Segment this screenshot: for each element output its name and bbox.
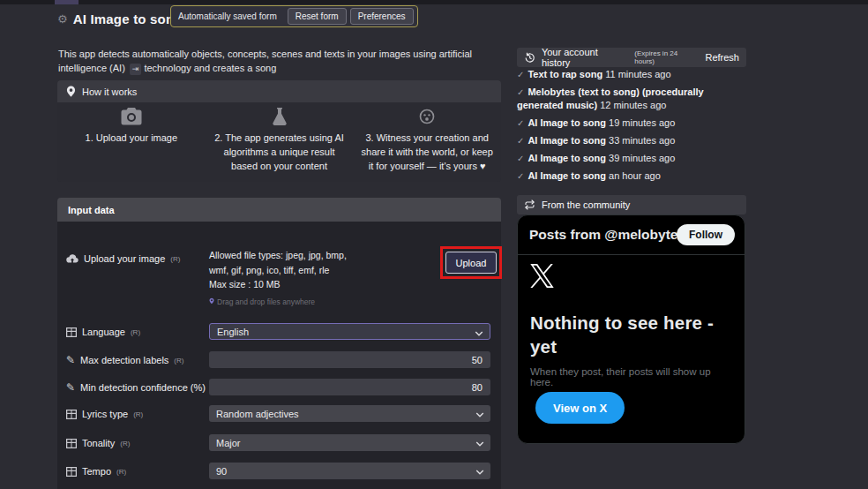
gear-icon: ⚙	[57, 12, 68, 26]
camera-icon	[64, 108, 198, 129]
grid-icon	[66, 439, 77, 448]
view-on-x-button[interactable]: View on X	[535, 392, 625, 424]
max-size-text: Max size : 10 MB	[209, 277, 368, 292]
page-title: AI Image to song	[73, 11, 183, 26]
input-data-panel: Input data Upload your image (R) Allowed…	[57, 198, 501, 489]
map-pin-icon	[66, 86, 76, 97]
field-row-lyrics-type: Lyrics type (R) Random adjectives	[57, 405, 501, 423]
ai-image-to-song-page: ⚙ AI Image to song Automatically saved f…	[0, 0, 868, 489]
drag-drop-hint: Drag and drop files anywhere	[209, 297, 315, 306]
autosave-form-group: Automatically saved form Reset form Pref…	[170, 5, 418, 27]
history-item[interactable]: ✓AI Image to song 33 minutes ago	[517, 134, 748, 147]
autosave-label: Automatically saved form	[178, 11, 277, 21]
account-history-title: Your account history	[542, 47, 628, 68]
step-generate: 2. The app generates using AI algorithms…	[206, 102, 354, 182]
drop-pin-icon	[209, 297, 214, 306]
upload-button[interactable]: Upload	[445, 252, 497, 274]
follow-button[interactable]: Follow	[677, 224, 735, 245]
app-header: ⚙ AI Image to song	[57, 7, 183, 30]
field-row-min-detection-confidence: ✎ Min detection confidence (%) (R) 80	[57, 379, 501, 396]
input-data-header: Input data	[57, 198, 501, 222]
embed-empty-subtitle: When they post, their posts will show up…	[530, 366, 731, 387]
grid-icon	[66, 327, 77, 337]
max-detection-labels-input[interactable]: 50	[209, 351, 490, 368]
field-row-tempo: Tempo (R) 90	[57, 463, 501, 480]
field-row-max-detection-labels: ✎ Max detection labels (R) 50	[57, 351, 501, 369]
grid-icon	[66, 467, 77, 477]
description-text-2: technology and creates a song	[144, 63, 276, 73]
check-icon: ✓	[517, 118, 524, 128]
x-logo-icon	[530, 264, 554, 288]
tonality-select[interactable]: Major	[209, 434, 490, 451]
field-row-language: Language (R) English	[57, 323, 501, 341]
step-upload: 1. Upload your image	[57, 102, 206, 182]
flask-icon	[213, 108, 347, 129]
cloud-upload-icon	[66, 254, 79, 264]
history-item[interactable]: ✓AI Image to song 19 minutes ago	[517, 117, 748, 130]
check-icon: ✓	[517, 136, 524, 146]
allowed-types-text: Allowed file types: jpeg, jpg, bmp, wmf,…	[209, 248, 368, 277]
check-icon: ✓	[517, 87, 524, 97]
allowed-file-types: Allowed file types: jpeg, jpg, bmp, wmf,…	[209, 248, 368, 292]
check-icon: ✓	[517, 154, 524, 163]
step-caption: 1. Upload your image	[64, 131, 198, 145]
pencil-icon: ✎	[66, 354, 75, 366]
reset-form-button[interactable]: Reset form	[288, 8, 347, 25]
history-item[interactable]: ✓AI Image to song 39 minutes ago	[517, 152, 748, 165]
step-caption: 3. Witness your creation and share it wi…	[360, 131, 494, 173]
how-it-works-header[interactable]: How it works	[57, 80, 501, 102]
lyrics-type-select[interactable]: Random adjectives	[209, 405, 490, 422]
input-data-body: Upload your image (R) Allowed file types…	[57, 222, 501, 489]
chevron-down-icon	[475, 439, 484, 449]
history-item[interactable]: ✓Text to rap song 11 minutes ago	[517, 68, 748, 81]
pencil-icon: ✎	[66, 381, 75, 394]
history-item[interactable]: ✓AI Image to song an hour ago	[517, 169, 748, 183]
tempo-select[interactable]: 90	[209, 463, 490, 479]
steps-row: 1. Upload your image 2. The app generate…	[57, 102, 501, 182]
divider	[518, 254, 745, 255]
chevron-down-icon	[475, 467, 484, 478]
astonished-face-icon	[360, 108, 494, 129]
app-description: This app detects automatically objects, …	[58, 47, 504, 75]
retweet-icon	[524, 199, 535, 210]
community-title: From the community	[542, 199, 630, 210]
x-timeline-embed: Posts from @melobytes Follow Nothing to …	[517, 214, 745, 444]
expires-note: (Expires in 24 hours)	[634, 49, 699, 65]
how-it-works-label: How it works	[82, 87, 137, 97]
history-icon	[524, 52, 535, 64]
step-caption: 2. The app generates using AI algorithms…	[213, 131, 347, 173]
chevron-down-icon	[475, 410, 484, 420]
top-strip	[0, 0, 868, 4]
step-share: 3. Witness your creation and share it wi…	[353, 102, 501, 182]
skip-indicator-icon: ⇥	[130, 64, 142, 75]
preferences-button[interactable]: Preferences	[350, 8, 414, 25]
community-header: From the community	[517, 195, 746, 214]
embed-empty-title: Nothing to see here - yet	[530, 311, 731, 358]
check-icon: ✓	[517, 171, 524, 181]
account-history-list: ✓Text to rap song 11 minutes ago ✓Meloby…	[517, 68, 748, 187]
account-history-header: Your account history (Expires in 24 hour…	[517, 48, 746, 67]
check-icon: ✓	[517, 70, 524, 79]
grid-icon	[66, 410, 77, 419]
embed-heading: Posts from @melobytes	[529, 227, 685, 243]
field-row-tonality: Tonality (R) Major	[57, 434, 501, 452]
chevron-down-icon	[475, 328, 483, 339]
language-select[interactable]: English	[209, 323, 490, 340]
min-detection-confidence-input[interactable]: 80	[209, 379, 490, 395]
refresh-link[interactable]: Refresh	[705, 52, 739, 63]
top-tab-marker	[55, 0, 79, 4]
upload-image-label: Upload your image (R)	[66, 253, 180, 264]
history-item[interactable]: ✓Melobytes (text to song) (procedurally …	[517, 86, 748, 112]
